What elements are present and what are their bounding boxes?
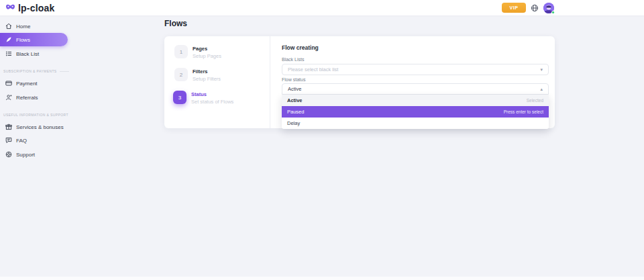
page-title: Flows (164, 19, 187, 28)
home-icon (5, 23, 12, 30)
sidebar-item-flows[interactable]: Flows (0, 33, 68, 46)
sidebar-item-label: Flows (16, 37, 30, 43)
sidebar-item-label: Support (16, 152, 35, 158)
mask-logo-icon (5, 3, 15, 12)
sidebar-item-label: Home (16, 24, 30, 30)
step-number-badge: 1 (174, 45, 188, 58)
faq-icon (5, 137, 12, 144)
wizard-step-pages[interactable]: 1 Pages Setup Pages (174, 45, 221, 59)
flows-icon (5, 36, 12, 43)
step-title: Pages (193, 46, 221, 52)
sidebar-item-payment[interactable]: Payment (0, 77, 87, 90)
logo[interactable]: lp-cloak (5, 1, 55, 14)
sidebar-item-referrals[interactable]: Referrals (0, 91, 87, 104)
step-subtitle: Set status of Flows (191, 99, 233, 105)
wizard-step-status-active[interactable]: 3 Status Set status of Flows (173, 91, 233, 105)
sidebar-item-home[interactable]: Home (0, 19, 87, 33)
option-paused[interactable]: Paused Press enter to select (282, 106, 549, 118)
sidebar-item-services-bonuses[interactable]: Services & bonuses (0, 120, 87, 134)
sidebar-section-support: USEFUL INFORMATION & SUPPORT (3, 113, 94, 117)
sidebar-item-label: Services & bonuses (16, 124, 64, 130)
section-divider (60, 71, 69, 72)
wizard-step-filters[interactable]: 2 Filters Setup Filters (174, 68, 221, 82)
online-status-dot (551, 11, 555, 14)
black-lists-placeholder: Please select black list (288, 66, 540, 73)
sidebar-item-support[interactable]: Support (0, 148, 87, 161)
option-hint-press-enter: Press enter to select (504, 109, 543, 114)
app-screen: lp-cloak VIP (0, 0, 644, 280)
flow-status-select[interactable]: Active ▴ (282, 83, 549, 95)
step-number-badge: 3 (173, 91, 186, 104)
wizard-form-title: Flow creating (282, 44, 319, 51)
gift-icon (5, 124, 12, 130)
sidebar-item-label: Payment (16, 81, 38, 87)
flow-status-value: Active (288, 86, 540, 92)
sidebar-item-label: FAQ (16, 138, 27, 144)
payment-card-icon (5, 80, 12, 87)
logo-text: lp-cloak (18, 3, 55, 13)
step-title: Status (191, 91, 233, 97)
black-lists-label: Black Lists (282, 57, 304, 62)
black-list-icon (5, 50, 12, 57)
sidebar-item-label: Black List (16, 51, 39, 57)
sidebar-item-black-list[interactable]: Black List (0, 47, 87, 60)
card-divider (270, 36, 270, 128)
sidebar-item-faq[interactable]: FAQ (0, 134, 87, 147)
chevron-up-icon: ▴ (540, 87, 543, 91)
header-actions: VIP (502, 0, 554, 15)
step-title: Filters (193, 68, 221, 75)
avatar[interactable] (543, 3, 554, 13)
flow-status-dropdown: Active Selected Paused Press enter to se… (282, 95, 549, 129)
support-icon (5, 151, 12, 158)
step-subtitle: Setup Pages (193, 53, 221, 59)
option-active[interactable]: Active Selected (282, 95, 549, 106)
sidebar-section-subscription: SUBSCRIPTION & PAYMENTS (3, 69, 94, 73)
language-globe-icon[interactable] (531, 4, 539, 12)
chevron-down-icon: ▾ (540, 67, 543, 72)
black-lists-select[interactable]: Please select black list ▾ (282, 64, 549, 75)
referrals-icon (5, 94, 12, 101)
vip-button[interactable]: VIP (502, 3, 526, 13)
flow-status-label: Flow status (282, 77, 305, 82)
option-hint-selected: Selected (527, 98, 543, 103)
top-header: lp-cloak VIP (0, 0, 644, 15)
step-subtitle: Setup Filters (193, 76, 221, 82)
horizontal-scrollbar[interactable] (0, 277, 644, 280)
step-number-badge: 2 (174, 68, 188, 81)
option-delay[interactable]: Delay (282, 118, 549, 129)
sidebar-item-label: Referrals (16, 95, 38, 101)
